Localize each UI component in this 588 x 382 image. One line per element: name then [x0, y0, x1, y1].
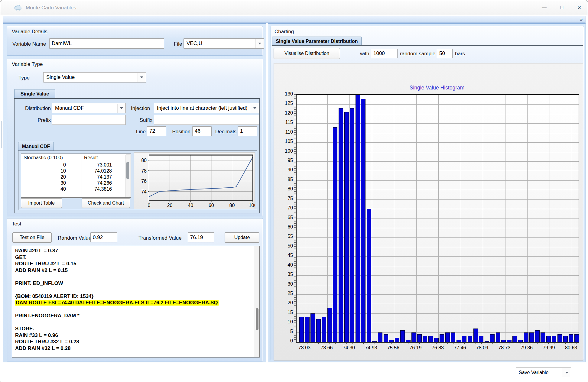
histogram-bar [524, 332, 528, 342]
tab-single-value-parameter-distribution[interactable]: Single Value Parameter Distribution [272, 37, 362, 46]
x-axis-label: 79.36 [515, 345, 538, 351]
minimize-button[interactable]: — [535, 0, 553, 15]
histogram-bar [378, 332, 382, 342]
histogram-bar [512, 336, 517, 342]
y-axis-minor-ticks [294, 94, 296, 341]
histogram-bar [496, 332, 500, 342]
x-axis-label: 78.09 [471, 345, 493, 351]
random-value-input[interactable] [90, 232, 117, 242]
chevron-down-icon [563, 368, 570, 377]
output-line: {BOM: 0540119 ALERT ID: 1534} [12, 293, 259, 300]
cell-stochastic: 40 [24, 186, 66, 192]
distribution-combo[interactable]: Manual CDF [52, 103, 126, 113]
table-row[interactable]: 1074.0128 [21, 168, 131, 174]
line-label: Line [123, 129, 146, 135]
y-axis-label: 50 [274, 243, 293, 249]
variable-name-input[interactable] [49, 38, 164, 49]
transformed-value-label: Transformed Value [138, 235, 182, 241]
app-cloud-icon [14, 4, 22, 12]
y-axis-label: 45 [274, 253, 293, 258]
histogram-bar [299, 317, 304, 342]
type-combo[interactable]: Single Value [43, 72, 146, 83]
histogram-bar [310, 313, 315, 342]
svg-text:80: 80 [141, 158, 147, 163]
close-button[interactable]: ✕ [570, 0, 588, 15]
table-row[interactable]: 2074.137 [21, 174, 131, 180]
injection-combo[interactable]: Inject into line at character (left just… [154, 103, 259, 113]
histogram-bar [411, 332, 416, 342]
output-line: STORE. [12, 325, 259, 332]
histogram-bar [541, 332, 545, 342]
charting-group: Charting Single Value Parameter Distribu… [271, 26, 584, 360]
suffix-input[interactable] [154, 115, 259, 125]
bars-label: bars [455, 51, 465, 57]
save-variable-label: Save Variable [519, 370, 548, 375]
toolbar-overflow-icon[interactable]: » [580, 17, 583, 22]
y-axis-label: 75 [274, 196, 293, 201]
prefix-input[interactable] [52, 115, 126, 125]
histogram-bar [356, 95, 360, 342]
table-scrollbar-thumb[interactable] [126, 162, 129, 179]
tab-manual-cdf[interactable]: Manual CDF [18, 142, 54, 151]
cdf-table[interactable]: Stochastic (0-100) Result 073.0011074.01… [21, 154, 131, 198]
check-and-chart-button[interactable]: Check and Chart [82, 198, 130, 208]
histogram-bar [316, 319, 321, 342]
y-axis-label: 70 [274, 205, 293, 211]
output-line: GET. [12, 254, 259, 261]
save-variable-combo[interactable]: Save Variable [516, 367, 571, 378]
gridline-vertical [461, 95, 461, 342]
variable-details-group: Variable Details Variable Name File VEC,… [7, 26, 263, 56]
svg-text:40: 40 [188, 203, 193, 208]
y-axis-label: 115 [274, 120, 293, 125]
x-axis-label: 74.93 [360, 345, 382, 351]
y-axis-label: 130 [274, 91, 293, 97]
gridline-vertical [438, 95, 439, 342]
table-row[interactable]: 073.001 [21, 162, 131, 168]
cell-stochastic: 0 [24, 162, 66, 168]
file-combo[interactable]: VEC,U [184, 38, 264, 49]
output-lines: RAIN #20 L = 0.87GET.ROUTE THRU #2 L = 0… [12, 248, 259, 351]
type-combo-value: Single Value [46, 74, 75, 80]
cdf-table-body: 073.0011074.01282074.1373074.2664074.381… [21, 162, 131, 193]
y-axis-label: 10 [274, 319, 293, 325]
tab-single-value[interactable]: Single Value [14, 89, 55, 99]
decimals-input[interactable] [238, 126, 257, 136]
title-bar: Monte Carlo Variables — □ ✕ [0, 0, 588, 15]
update-button[interactable]: Update [225, 232, 259, 243]
bar-count-input[interactable] [437, 49, 453, 58]
import-table-button[interactable]: Import Table [21, 198, 62, 208]
histogram-bar [428, 336, 433, 342]
variable-type-group: Variable Type Type Single Value Single V… [7, 59, 263, 216]
histogram-bar [563, 336, 568, 342]
histogram-bar [569, 334, 573, 342]
y-axis-label: 80 [274, 186, 293, 192]
y-axis-label: 20 [274, 300, 293, 306]
output-line [12, 319, 259, 326]
histogram-bar [305, 317, 310, 342]
y-axis-label: 100 [274, 148, 293, 154]
table-scrollbar[interactable] [125, 154, 130, 197]
window-title: Monte Carlo Variables [26, 5, 76, 11]
test-on-file-button[interactable]: Test on File [12, 232, 52, 243]
histogram-bar [451, 332, 455, 342]
output-scrollbar[interactable] [255, 246, 259, 357]
output-line: RAIN #33 L = 0.96 [12, 332, 259, 339]
type-label: Type [18, 75, 30, 81]
dock-splitter-handle[interactable] [1, 121, 2, 148]
table-row[interactable]: 3074.266 [21, 180, 131, 186]
visualise-distribution-button[interactable]: Visualise Distribution [274, 48, 340, 59]
test-output-box[interactable]: RAIN #20 L = 0.87GET.ROUTE THRU #2 L = 0… [12, 246, 260, 358]
line-input[interactable] [147, 126, 166, 136]
table-row[interactable]: 4074.3816 [21, 186, 131, 193]
maximize-button[interactable]: □ [553, 0, 570, 15]
y-axis-label: 60 [274, 224, 293, 230]
transformed-value-input[interactable] [188, 232, 214, 242]
sample-count-input[interactable] [371, 49, 398, 58]
output-line: ADD RAIN #32 L = 0.28 [12, 345, 259, 352]
histogram-bar [406, 340, 411, 342]
histogram-bar [557, 334, 562, 342]
gridline-vertical [527, 95, 528, 342]
histogram-bar [333, 127, 337, 342]
position-input[interactable] [192, 126, 212, 136]
output-scrollbar-thumb[interactable] [256, 308, 258, 330]
